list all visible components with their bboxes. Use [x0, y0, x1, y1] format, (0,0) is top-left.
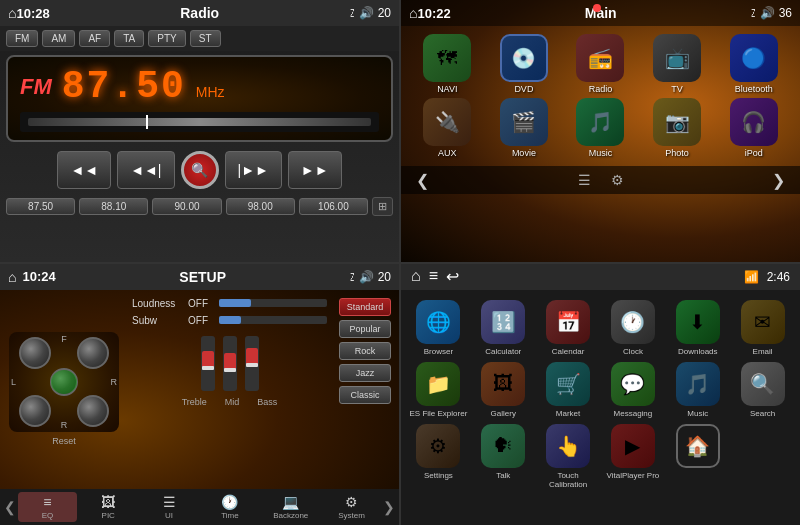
knob-rear-left[interactable]	[19, 395, 51, 427]
preset-save-button[interactable]: ⊞	[372, 197, 393, 216]
app-esfile[interactable]: 📁 ES File Explorer	[409, 362, 468, 418]
app-touch-calibration[interactable]: 👆 Touch Calibration	[539, 424, 598, 489]
nav-next-button[interactable]: ❯	[772, 171, 785, 190]
preset-5[interactable]: 106.00	[299, 198, 368, 215]
app-downloads[interactable]: ⬇ Downloads	[668, 300, 727, 356]
forward-button[interactable]: ►►	[288, 151, 342, 189]
eq-vertical-sliders	[132, 336, 327, 391]
app-email[interactable]: ✉ Email	[733, 300, 792, 356]
scale-bar	[28, 118, 371, 126]
treble-label: Treble	[182, 397, 207, 407]
preset-4[interactable]: 98.00	[226, 198, 295, 215]
subw-fill	[219, 316, 241, 324]
tab-fm[interactable]: FM	[6, 30, 38, 47]
treble-slider[interactable]	[201, 336, 215, 391]
footer-eq-button[interactable]: ≡ EQ	[18, 492, 77, 522]
loudness-bar[interactable]	[219, 299, 327, 307]
prev-button[interactable]: ◄◄|	[117, 151, 174, 189]
app-dvd[interactable]: 💿 DVD	[488, 34, 561, 94]
main-nav-bar: ❮ ☰ ⚙ ❯	[401, 166, 800, 194]
app-clock[interactable]: 🕐 Clock	[603, 300, 662, 356]
home-icon-drawer[interactable]: ⌂	[411, 267, 421, 286]
main-right-icons: Ⴭ 🔊 36	[751, 6, 792, 20]
next-button[interactable]: |►►	[225, 151, 282, 189]
app-calendar[interactable]: 📅 Calendar	[539, 300, 598, 356]
app-talk[interactable]: 🗣 Talk	[474, 424, 533, 489]
app-music2[interactable]: 🎵 Music	[668, 362, 727, 418]
preset-2[interactable]: 88.10	[79, 198, 148, 215]
label-right: R	[111, 377, 118, 387]
photo-label: Photo	[665, 148, 689, 158]
loudness-label: Loudness	[132, 298, 182, 309]
tab-am[interactable]: AM	[42, 30, 75, 47]
footer-system-button[interactable]: ⚙ System	[322, 492, 381, 522]
app-gallery[interactable]: 🖼 Gallery	[474, 362, 533, 418]
app-calculator[interactable]: 🔢 Calculator	[474, 300, 533, 356]
knob-rear-right[interactable]	[77, 395, 109, 427]
bass-slider[interactable]	[245, 336, 259, 391]
app-vitalplayer[interactable]: ▶ VitalPlayer Pro	[603, 424, 662, 489]
app-settings[interactable]: ⚙ Settings	[409, 424, 468, 489]
app-market[interactable]: 🛒 Market	[539, 362, 598, 418]
home-icon-setup[interactable]: ⌂	[8, 269, 16, 285]
home-icon-radio[interactable]: ⌂	[8, 5, 16, 21]
knob-front-left[interactable]	[19, 337, 51, 369]
preset-standard[interactable]: Standard	[339, 298, 391, 316]
tab-af[interactable]: AF	[79, 30, 110, 47]
clock-icon: 🕐	[611, 300, 655, 344]
bluetooth-icon-setup: Ⴭ	[350, 270, 355, 284]
footer-prev-arrow[interactable]: ❮	[4, 499, 16, 515]
app-tv[interactable]: 📺 TV	[641, 34, 714, 94]
search-icon: 🔍	[741, 362, 785, 406]
tab-st[interactable]: ST	[190, 30, 221, 47]
app-photo[interactable]: 📷 Photo	[641, 98, 714, 158]
app-movie[interactable]: 🎬 Movie	[488, 98, 561, 158]
app-messaging[interactable]: 💬 Messaging	[603, 362, 662, 418]
footer-next-arrow[interactable]: ❯	[383, 499, 395, 515]
rewind-button[interactable]: ◄◄	[57, 151, 111, 189]
tab-ta[interactable]: TA	[114, 30, 144, 47]
app-music[interactable]: 🎵 Music	[564, 98, 637, 158]
setup-time: 10:24	[22, 269, 55, 284]
back-icon-drawer[interactable]: ↩	[446, 267, 459, 286]
calculator-icon: 🔢	[481, 300, 525, 344]
footer-pic-button[interactable]: 🖼 PIC	[79, 492, 138, 522]
preset-popular[interactable]: Popular	[339, 320, 391, 338]
pic-icon: 🖼	[101, 494, 115, 510]
search-label: Search	[750, 409, 775, 418]
mid-slider[interactable]	[223, 336, 237, 391]
preset-classic[interactable]: Classic	[339, 386, 391, 404]
music-label: Music	[589, 148, 613, 158]
home-icon-main[interactable]: ⌂	[409, 5, 417, 21]
app-navi[interactable]: 🗺 NAVI	[411, 34, 484, 94]
preset-rock[interactable]: Rock	[339, 342, 391, 360]
settings-icon-main[interactable]: ⚙	[611, 172, 624, 188]
ipod-label: iPod	[745, 148, 763, 158]
app-ipod[interactable]: 🎧 iPod	[717, 98, 790, 158]
list-icon-drawer[interactable]: ≡	[429, 267, 438, 286]
app-bluetooth[interactable]: 🔵 Bluetooth	[717, 34, 790, 94]
frequency-display: FM 87.50 MHz	[20, 65, 379, 108]
menu-icon-main[interactable]: ☰	[578, 172, 591, 188]
app-search[interactable]: 🔍 Search	[733, 362, 792, 418]
app-aux[interactable]: 🔌 AUX	[411, 98, 484, 158]
radio-label: Radio	[589, 84, 613, 94]
search-button[interactable]: 🔍	[181, 151, 219, 189]
preset-jazz[interactable]: Jazz	[339, 364, 391, 382]
preset-3[interactable]: 90.00	[152, 198, 221, 215]
footer-time-button[interactable]: 🕐 Time	[200, 492, 259, 522]
nav-prev-button[interactable]: ❮	[416, 171, 429, 190]
footer-backzone-button[interactable]: 💻 Backzone	[261, 492, 320, 522]
footer-ui-button[interactable]: ☰ UI	[140, 492, 199, 522]
subw-bar[interactable]	[219, 316, 327, 324]
app-home[interactable]: 🏠	[668, 424, 727, 489]
app-radio[interactable]: 📻 Radio	[564, 34, 637, 94]
signal-icon-drawer: 📶	[744, 270, 759, 284]
app-browser[interactable]: 🌐 Browser	[409, 300, 468, 356]
setup-panel: ⌂ 10:24 SETUP Ⴭ 🔊 20 F L R R	[0, 264, 399, 526]
setup-header: ⌂ 10:24 SETUP Ⴭ 🔊 20	[0, 264, 399, 290]
knob-front-right[interactable]	[77, 337, 109, 369]
backzone-icon: 💻	[282, 494, 299, 510]
preset-1[interactable]: 87.50	[6, 198, 75, 215]
tab-pty[interactable]: PTY	[148, 30, 185, 47]
